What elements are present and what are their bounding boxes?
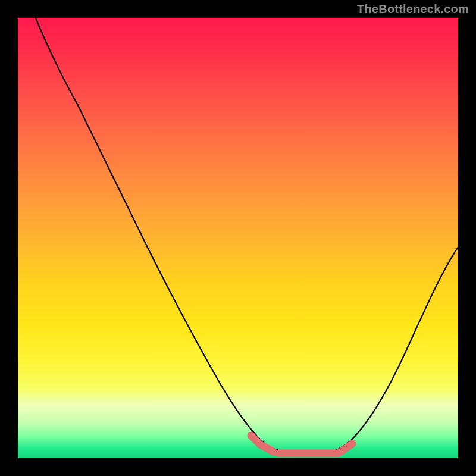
chart-svg — [18, 18, 458, 458]
chart-frame: TheBottleneck.com — [0, 0, 476, 476]
curve-line — [36, 18, 458, 455]
watermark-text: TheBottleneck.com — [357, 2, 469, 16]
svg-line-1 — [263, 446, 274, 452]
flat-zone-markers — [251, 436, 352, 453]
svg-line-0 — [251, 436, 261, 445]
svg-line-3 — [340, 444, 352, 452]
chart-plot-area — [18, 18, 458, 458]
